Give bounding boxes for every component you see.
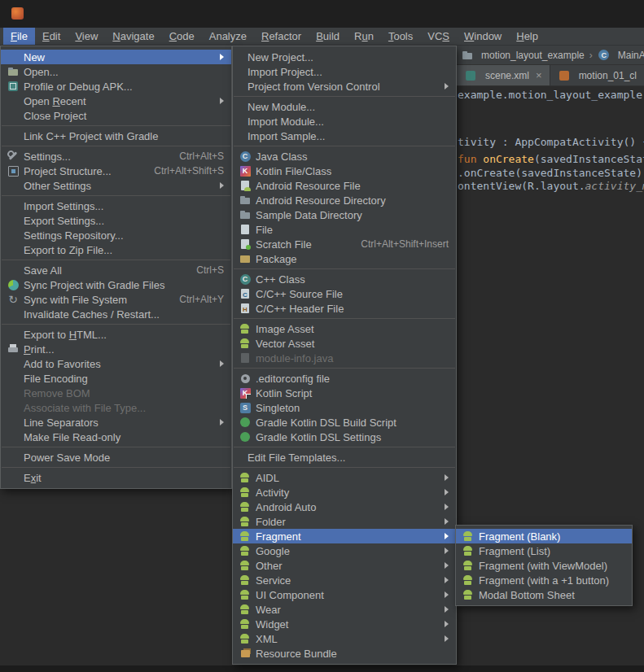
menu-item-file-encoding[interactable]: File Encoding — [1, 371, 231, 386]
editor-tab-scene-xml[interactable]: scene.xml× — [457, 65, 550, 85]
menu-item-modal-bottom-sheet[interactable]: Modal Bottom Sheet — [456, 587, 632, 602]
menu-item-folder[interactable]: Folder — [233, 514, 456, 529]
menu-item-print[interactable]: Print... — [1, 342, 231, 356]
menu-item-save-all[interactable]: Save AllCtrl+S — [1, 263, 231, 277]
label: Other Settings — [24, 180, 91, 192]
tab-label: motion_01_cl — [579, 70, 637, 81]
menu-item-wear[interactable]: Wear — [233, 602, 456, 617]
menu-item-add-to-favorites[interactable]: Add to Favorites — [1, 356, 231, 371]
menubar-item-run[interactable]: Run — [347, 28, 381, 45]
menu-item-fragment-with-a-1-button[interactable]: Fragment (with a +1 button) — [456, 573, 632, 587]
menu-item-android-resource-directory[interactable]: Android Resource Directory — [233, 193, 456, 207]
submenu-arrow-icon — [445, 577, 449, 583]
menu-item-kotlin-file-class[interactable]: Kotlin File/Class — [233, 164, 456, 178]
menubar-item-navigate[interactable]: Navigate — [105, 28, 161, 45]
menu-separator — [234, 268, 455, 269]
menu-item-vector-asset[interactable]: Vector Asset — [233, 336, 456, 351]
menu-item-make-file-read-only[interactable]: Make File Read-only — [1, 430, 231, 444]
menu-item-android-auto[interactable]: Android Auto — [233, 500, 456, 514]
menu-item-scratch-file[interactable]: Scratch FileCtrl+Alt+Shift+Insert — [233, 237, 456, 251]
menu-item-android-resource-file[interactable]: Android Resource File — [233, 178, 456, 193]
menu-item-settings[interactable]: Settings...Ctrl+Alt+S — [1, 149, 231, 164]
window-title-bar — [0, 0, 644, 28]
menu-item-c-class[interactable]: C++ Class — [233, 272, 456, 286]
submenu-arrow-icon — [445, 606, 449, 613]
menu-item-sync-with-file-system[interactable]: Sync with File SystemCtrl+Alt+Y — [1, 292, 231, 307]
menu-item-c-c-header-file[interactable]: C/C++ Header File — [233, 301, 456, 316]
tab-close-icon[interactable]: × — [536, 69, 542, 81]
menu-item-sample-data-directory[interactable]: Sample Data Directory — [233, 207, 456, 222]
menu-item-project-from-version-control[interactable]: Project from Version Control — [233, 79, 456, 94]
menu-item-editorconfig-file[interactable]: .editorconfig file — [233, 371, 456, 386]
menu-item-exit[interactable]: Exit — [1, 470, 231, 485]
menu-item-c-c-source-file[interactable]: C/C++ Source File — [233, 286, 456, 301]
menu-item-fragment-with-viewmodel[interactable]: Fragment (with ViewModel) — [456, 558, 632, 573]
menu-item-settings-repository[interactable]: Settings Repository... — [1, 228, 231, 242]
menu-item-image-asset[interactable]: Image Asset — [233, 321, 456, 336]
menu-item-kotlin-script[interactable]: Kotlin Script — [233, 386, 456, 400]
menu-item-service[interactable]: Service — [233, 573, 456, 587]
menubar-item-code[interactable]: Code — [162, 28, 202, 45]
menu-item-import-sample[interactable]: Import Sample... — [233, 129, 456, 143]
menubar-item-analyze[interactable]: Analyze — [202, 28, 254, 45]
menu-item-other-settings[interactable]: Other Settings — [1, 178, 231, 193]
menu-item-sync-project-with-gradle-files[interactable]: Sync Project with Gradle Files — [1, 277, 231, 292]
menu-item-other[interactable]: Other — [233, 558, 456, 573]
menu-separator — [2, 447, 230, 447]
menu-item-project-structure[interactable]: Project Structure...Ctrl+Alt+Shift+S — [1, 164, 231, 178]
menu-item-resource-bundle[interactable]: Resource Bundle — [233, 646, 456, 661]
menu-item-package[interactable]: Package — [233, 251, 456, 266]
menu-item-ui-component[interactable]: UI Component — [233, 587, 456, 602]
menu-item-open[interactable]: Open... — [1, 64, 231, 79]
menubar-item-view[interactable]: View — [68, 28, 105, 45]
menu-item-profile-or-debug-apk[interactable]: Profile or Debug APK... — [1, 79, 231, 94]
menu-item-import-module[interactable]: Import Module... — [233, 114, 456, 129]
menu-item-new-module[interactable]: New Module... — [233, 99, 456, 114]
menu-item-fragment-list[interactable]: Fragment (List) — [456, 543, 632, 558]
breadcrumb-class[interactable]: MainAc — [618, 50, 644, 61]
menu-item-gradle-kotlin-dsl-settings[interactable]: Gradle Kotlin DSL Settings — [233, 430, 456, 444]
menu-item-fragment-blank[interactable]: Fragment (Blank) — [456, 529, 632, 543]
menubar-item-refactor[interactable]: Refactor — [254, 28, 309, 45]
menubar-item-edit[interactable]: Edit — [35, 28, 68, 45]
menu-item-import-project[interactable]: Import Project... — [233, 64, 456, 79]
menu-item-gradle-kotlin-dsl-build-script[interactable]: Gradle Kotlin DSL Build Script — [233, 415, 456, 430]
menubar-item-build[interactable]: Build — [309, 28, 347, 45]
label: New — [24, 51, 45, 63]
menu-item-close-project[interactable]: Close Project — [1, 108, 231, 123]
menu-item-export-settings[interactable]: Export Settings... — [1, 213, 231, 228]
menu-separator — [2, 324, 230, 325]
navigation-breadcrumb-bar: motion_layout_example › MainAc — [457, 46, 644, 65]
menu-item-new-project[interactable]: New Project... — [233, 50, 456, 64]
menubar-item-vcs[interactable]: VCS — [420, 28, 457, 45]
menu-item-fragment[interactable]: Fragment — [233, 529, 456, 543]
menubar-item-file[interactable]: File — [3, 28, 35, 45]
breadcrumb-project[interactable]: motion_layout_example — [481, 50, 585, 61]
editor-tab-motion-01-cl[interactable]: motion_01_cl — [550, 65, 644, 85]
menu-item-aidl[interactable]: AIDL — [233, 470, 456, 485]
menu-item-export-to-html[interactable]: Export to HTML... — [1, 327, 231, 342]
menubar-item-window[interactable]: Window — [457, 28, 509, 45]
menu-item-java-class[interactable]: Java Class — [233, 149, 456, 164]
menubar-item-help[interactable]: Help — [509, 28, 545, 45]
menu-item-new[interactable]: New — [1, 50, 231, 64]
menu-item-import-settings[interactable]: Import Settings... — [1, 199, 231, 213]
menu-item-open-recent[interactable]: Open Recent — [1, 94, 231, 108]
menu-item-activity[interactable]: Activity — [233, 485, 456, 500]
menu-item-file[interactable]: File — [233, 222, 456, 237]
android-icon — [239, 588, 252, 601]
menu-item-power-save-mode[interactable]: Power Save Mode — [1, 450, 231, 465]
label: AIDL — [256, 472, 279, 484]
menu-item-singleton[interactable]: Singleton — [233, 400, 456, 415]
menu-item-invalidate-caches-restart[interactable]: Invalidate Caches / Restart... — [1, 307, 231, 321]
menu-item-xml[interactable]: XML — [233, 631, 456, 646]
menu-item-link-c-project-with-gradle[interactable]: Link C++ Project with Gradle — [1, 129, 231, 143]
label: Save All — [24, 264, 62, 277]
no-icon — [7, 229, 20, 242]
menu-item-export-to-zip-file[interactable]: Export to Zip File... — [1, 242, 231, 257]
menubar-item-tools[interactable]: Tools — [381, 28, 420, 45]
menu-item-google[interactable]: Google — [233, 543, 456, 558]
menu-item-widget[interactable]: Widget — [233, 617, 456, 631]
menu-item-edit-file-templates[interactable]: Edit File Templates... — [233, 450, 456, 465]
menu-item-line-separators[interactable]: Line Separators — [1, 415, 231, 430]
